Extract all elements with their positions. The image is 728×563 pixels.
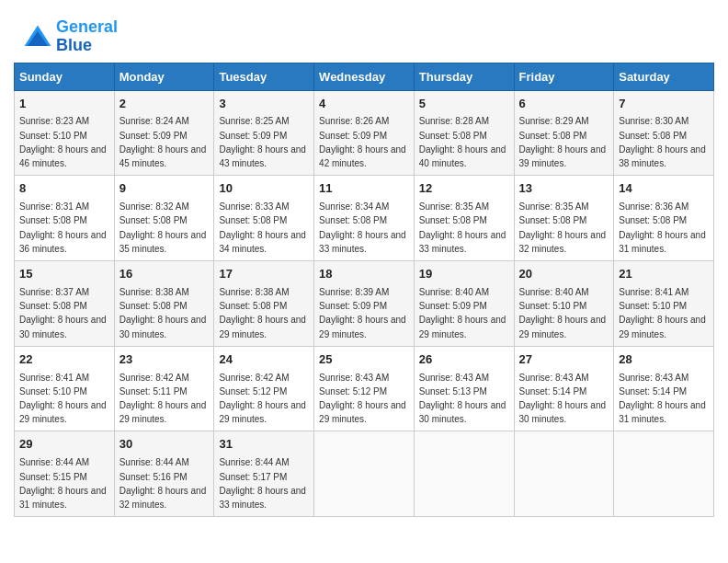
day-info: Sunrise: 8:28 AMSunset: 5:08 PMDaylight:…: [419, 116, 506, 168]
calendar-day-cell: 18Sunrise: 8:39 AMSunset: 5:09 PMDayligh…: [314, 261, 415, 347]
day-info: Sunrise: 8:34 AMSunset: 5:08 PMDaylight:…: [319, 201, 406, 254]
weekday-header-cell: Monday: [114, 63, 214, 90]
day-number: 3: [219, 96, 309, 113]
day-number: 13: [519, 180, 609, 198]
day-number: 30: [119, 436, 210, 454]
calendar-day-cell: 12Sunrise: 8:35 AMSunset: 5:08 PMDayligh…: [414, 176, 514, 261]
calendar-day-cell: 2Sunrise: 8:24 AMSunset: 5:09 PMDaylight…: [114, 90, 214, 176]
calendar-week-row: 29Sunrise: 8:44 AMSunset: 5:15 PMDayligh…: [15, 431, 714, 517]
logo-icon: [23, 24, 52, 50]
calendar-table: SundayMondayTuesdayWednesdayThursdayFrid…: [14, 63, 714, 518]
day-info: Sunrise: 8:40 AMSunset: 5:09 PMDaylight:…: [419, 287, 506, 339]
day-number: 6: [519, 96, 609, 113]
calendar-day-cell: 9Sunrise: 8:32 AMSunset: 5:08 PMDaylight…: [114, 176, 214, 261]
day-info: Sunrise: 8:36 AMSunset: 5:08 PMDaylight:…: [619, 201, 706, 254]
day-number: 15: [19, 266, 109, 283]
day-number: 8: [19, 180, 109, 198]
calendar-day-cell: 16Sunrise: 8:38 AMSunset: 5:08 PMDayligh…: [114, 261, 214, 347]
calendar-day-cell: [314, 431, 415, 517]
day-number: 9: [119, 180, 210, 198]
calendar-day-cell: 6Sunrise: 8:29 AMSunset: 5:08 PMDaylight…: [514, 90, 614, 176]
calendar-day-cell: 20Sunrise: 8:40 AMSunset: 5:10 PMDayligh…: [514, 261, 614, 347]
day-number: 21: [619, 266, 709, 283]
day-number: 20: [519, 266, 609, 283]
day-info: Sunrise: 8:44 AMSunset: 5:17 PMDaylight:…: [219, 457, 306, 510]
logo: General Blue: [23, 18, 118, 55]
day-info: Sunrise: 8:38 AMSunset: 5:08 PMDaylight:…: [119, 287, 207, 339]
day-number: 1: [19, 96, 109, 113]
day-number: 26: [419, 351, 509, 369]
day-info: Sunrise: 8:44 AMSunset: 5:15 PMDaylight:…: [19, 457, 107, 510]
logo-text: General Blue: [56, 18, 118, 55]
calendar-day-cell: 29Sunrise: 8:44 AMSunset: 5:15 PMDayligh…: [15, 431, 115, 517]
day-info: Sunrise: 8:29 AMSunset: 5:08 PMDaylight:…: [519, 116, 607, 168]
calendar-day-cell: 13Sunrise: 8:35 AMSunset: 5:08 PMDayligh…: [514, 176, 614, 261]
weekday-header-cell: Friday: [514, 63, 614, 90]
day-info: Sunrise: 8:23 AMSunset: 5:10 PMDaylight:…: [19, 116, 107, 168]
day-info: Sunrise: 8:43 AMSunset: 5:14 PMDaylight:…: [519, 373, 607, 425]
day-number: 10: [219, 180, 309, 198]
calendar-day-cell: 4Sunrise: 8:26 AMSunset: 5:09 PMDaylight…: [314, 90, 415, 176]
calendar-body: 1Sunrise: 8:23 AMSunset: 5:10 PMDaylight…: [15, 90, 714, 517]
day-info: Sunrise: 8:30 AMSunset: 5:08 PMDaylight:…: [619, 116, 706, 168]
day-info: Sunrise: 8:25 AMSunset: 5:09 PMDaylight:…: [219, 116, 306, 168]
calendar-day-cell: [414, 431, 514, 517]
calendar-day-cell: 3Sunrise: 8:25 AMSunset: 5:09 PMDaylight…: [214, 90, 314, 176]
calendar-day-cell: 14Sunrise: 8:36 AMSunset: 5:08 PMDayligh…: [614, 176, 714, 261]
day-number: 2: [119, 96, 210, 113]
calendar-day-cell: 1Sunrise: 8:23 AMSunset: 5:10 PMDaylight…: [15, 90, 115, 176]
calendar-day-cell: [614, 431, 714, 517]
weekday-header-cell: Thursday: [414, 63, 514, 90]
weekday-header-cell: Sunday: [15, 63, 115, 90]
calendar-week-row: 15Sunrise: 8:37 AMSunset: 5:08 PMDayligh…: [15, 261, 714, 347]
day-number: 23: [119, 351, 210, 369]
day-number: 14: [619, 180, 709, 198]
day-number: 24: [219, 351, 309, 369]
day-number: 22: [19, 351, 109, 369]
calendar-day-cell: 31Sunrise: 8:44 AMSunset: 5:17 PMDayligh…: [214, 431, 314, 517]
day-info: Sunrise: 8:35 AMSunset: 5:08 PMDaylight:…: [419, 201, 506, 254]
day-number: 5: [419, 96, 509, 113]
calendar-day-cell: [514, 431, 614, 517]
day-info: Sunrise: 8:41 AMSunset: 5:10 PMDaylight:…: [619, 287, 706, 339]
calendar-day-cell: 8Sunrise: 8:31 AMSunset: 5:08 PMDaylight…: [15, 176, 115, 261]
weekday-header-cell: Saturday: [614, 63, 714, 90]
calendar-week-row: 8Sunrise: 8:31 AMSunset: 5:08 PMDaylight…: [15, 176, 714, 261]
day-number: 19: [419, 266, 509, 283]
day-info: Sunrise: 8:43 AMSunset: 5:13 PMDaylight:…: [419, 373, 506, 425]
calendar-day-cell: 11Sunrise: 8:34 AMSunset: 5:08 PMDayligh…: [314, 176, 415, 261]
weekday-header-row: SundayMondayTuesdayWednesdayThursdayFrid…: [15, 63, 714, 90]
page-header: General Blue: [9, 9, 719, 63]
day-info: Sunrise: 8:37 AMSunset: 5:08 PMDaylight:…: [19, 287, 107, 339]
calendar-day-cell: 17Sunrise: 8:38 AMSunset: 5:08 PMDayligh…: [214, 261, 314, 347]
calendar-week-row: 22Sunrise: 8:41 AMSunset: 5:10 PMDayligh…: [15, 346, 714, 431]
calendar-day-cell: 30Sunrise: 8:44 AMSunset: 5:16 PMDayligh…: [114, 431, 214, 517]
day-number: 18: [319, 266, 409, 283]
calendar-day-cell: 26Sunrise: 8:43 AMSunset: 5:13 PMDayligh…: [414, 346, 514, 431]
day-info: Sunrise: 8:41 AMSunset: 5:10 PMDaylight:…: [19, 373, 107, 425]
calendar-day-cell: 22Sunrise: 8:41 AMSunset: 5:10 PMDayligh…: [15, 346, 115, 431]
weekday-header-cell: Tuesday: [214, 63, 314, 90]
day-info: Sunrise: 8:43 AMSunset: 5:14 PMDaylight:…: [619, 373, 706, 425]
calendar-day-cell: 15Sunrise: 8:37 AMSunset: 5:08 PMDayligh…: [15, 261, 115, 347]
calendar-day-cell: 28Sunrise: 8:43 AMSunset: 5:14 PMDayligh…: [614, 346, 714, 431]
day-number: 17: [219, 266, 309, 283]
day-info: Sunrise: 8:31 AMSunset: 5:08 PMDaylight:…: [19, 201, 107, 254]
day-info: Sunrise: 8:42 AMSunset: 5:12 PMDaylight:…: [219, 373, 306, 425]
day-number: 28: [619, 351, 709, 369]
calendar-week-row: 1Sunrise: 8:23 AMSunset: 5:10 PMDaylight…: [15, 90, 714, 176]
day-info: Sunrise: 8:44 AMSunset: 5:16 PMDaylight:…: [119, 457, 207, 510]
day-number: 11: [319, 180, 409, 198]
day-number: 7: [619, 96, 709, 113]
day-info: Sunrise: 8:42 AMSunset: 5:11 PMDaylight:…: [119, 373, 207, 425]
day-number: 25: [319, 351, 409, 369]
day-info: Sunrise: 8:35 AMSunset: 5:08 PMDaylight:…: [519, 201, 607, 254]
day-number: 27: [519, 351, 609, 369]
calendar-day-cell: 10Sunrise: 8:33 AMSunset: 5:08 PMDayligh…: [214, 176, 314, 261]
weekday-header-cell: Wednesday: [314, 63, 415, 90]
day-info: Sunrise: 8:33 AMSunset: 5:08 PMDaylight:…: [219, 201, 306, 254]
day-number: 4: [319, 96, 409, 113]
calendar-day-cell: 5Sunrise: 8:28 AMSunset: 5:08 PMDaylight…: [414, 90, 514, 176]
calendar-day-cell: 7Sunrise: 8:30 AMSunset: 5:08 PMDaylight…: [614, 90, 714, 176]
day-info: Sunrise: 8:24 AMSunset: 5:09 PMDaylight:…: [119, 116, 207, 168]
